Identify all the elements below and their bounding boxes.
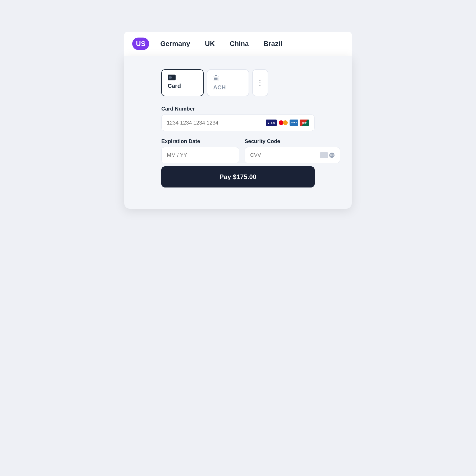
cvv-label: Security Code — [245, 138, 340, 144]
visa-icon: VISA — [266, 120, 277, 126]
country-tab-us[interactable]: US — [132, 38, 149, 50]
country-tab-germany[interactable]: Germany — [157, 38, 194, 50]
amex-icon: AMEX — [290, 120, 298, 126]
bank-icon: 🏛 — [213, 75, 219, 82]
country-tab-uk[interactable]: UK — [201, 38, 219, 50]
country-tab-brazil[interactable]: Brazil — [260, 38, 286, 50]
more-button[interactable]: ⋮ — [252, 69, 268, 96]
card-tab-label: Card — [168, 83, 181, 89]
cvv-input-wrapper: 135 — [245, 147, 340, 163]
card-number-label: Card Number — [161, 106, 315, 112]
cvv-card-icon: 135 — [320, 152, 335, 158]
main-panel: Card 🏛 ACH ⋮ Card Number VISA — [124, 56, 352, 209]
expiry-cvv-row: Expiration Date Security Code 135 — [161, 138, 315, 163]
expiry-field: Expiration Date — [161, 138, 239, 163]
method-tabs: Card 🏛 ACH ⋮ — [161, 69, 315, 96]
expiry-label: Expiration Date — [161, 138, 239, 144]
card-number-input[interactable] — [167, 120, 263, 126]
expiry-input[interactable] — [167, 152, 234, 158]
mastercard-icon — [278, 120, 288, 126]
expiry-input-wrapper — [161, 147, 239, 163]
pay-button[interactable]: Pay $175.00 — [161, 166, 315, 187]
country-tab-china[interactable]: China — [226, 38, 252, 50]
cvv-badge: 135 — [329, 153, 335, 158]
card-icon — [168, 75, 176, 80]
cvv-input[interactable] — [250, 152, 317, 158]
cvv-card-shape — [320, 152, 328, 158]
card-brand-icons: VISA AMEX 銀聯 — [266, 120, 309, 126]
country-bar: US Germany UK China Brazil — [124, 32, 352, 56]
page-wrapper: US Germany UK China Brazil Card 🏛 ACH ⋮ — [0, 0, 476, 476]
cvv-field: Security Code 135 — [245, 138, 340, 163]
unionpay-icon: 銀聯 — [300, 120, 309, 126]
method-tab-ach[interactable]: 🏛 ACH — [207, 69, 249, 96]
card-number-input-wrapper: VISA AMEX 銀聯 — [161, 115, 315, 131]
more-dots-icon: ⋮ — [257, 79, 264, 87]
card-number-field: Card Number VISA AMEX 銀聯 — [161, 106, 315, 138]
ach-tab-label: ACH — [213, 84, 226, 91]
method-tab-card[interactable]: Card — [161, 69, 204, 96]
